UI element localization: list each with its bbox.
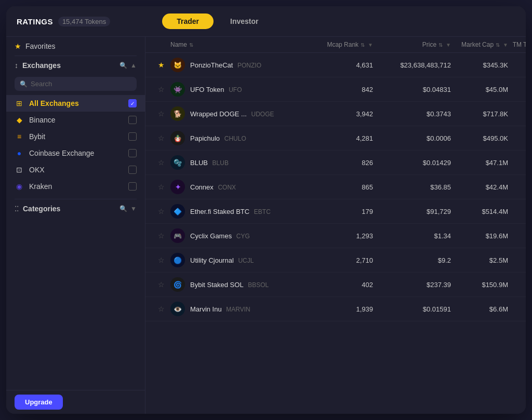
market-cap-cell-7: $19.6M [451,232,508,240]
table-row: ☆ 🫧 BLUB BLUB 826 $0.01429 $47.1M 95.44% [145,151,526,175]
upgrade-button[interactable]: Upgrade [15,395,63,410]
sidebar-item-okx[interactable]: ⊡ OKX [6,161,145,178]
market-cap-filter-icon[interactable]: ▼ [503,42,508,48]
binance-label: Binance [29,116,123,124]
price-filter-icon[interactable]: ▼ [446,42,451,48]
sidebar-item-bybit[interactable]: ≡ Bybit [6,128,145,145]
market-cap-cell-4: $47.1M [451,159,508,167]
star-icon-10[interactable]: ☆ [158,305,165,313]
market-cap-sort-icon[interactable]: ⇅ [496,42,500,48]
all-exchanges-label: All Exchanges [29,99,123,107]
table-row: ★ 🐱 PonzioTheCat PONZIO 4,631 $23,638,48… [145,53,526,77]
star-cell-9[interactable]: ☆ [152,280,170,289]
star-icon-0[interactable]: ★ [158,61,165,69]
token-cell-3: 🪆 Papichulo CHULO [170,131,316,145]
mcap-rank-cell-6: 179 [316,208,373,215]
grade-cell-6: 94.88% [508,208,526,215]
star-cell-10[interactable]: ☆ [152,305,170,313]
sidebar-bottom: Upgrade [6,390,145,414]
search-input[interactable] [31,80,131,88]
favorites-row[interactable]: ★ Favorites [6,37,145,56]
sidebar-item-kraken[interactable]: ◉ Kraken [6,178,145,195]
star-cell-5[interactable]: ☆ [152,183,170,191]
bybit-checkbox[interactable] [128,132,137,141]
market-cap-cell-6: $514.4M [451,208,508,215]
exchanges-section-header[interactable]: ↕ Exchanges 🔍 ▲ [6,56,145,75]
sidebar-item-binance[interactable]: ◆ Binance [6,112,145,128]
okx-icon: ⊡ [15,166,24,174]
token-symbol-2: UDOGE [251,111,274,118]
token-symbol-5: CONX [218,184,236,191]
tab-group: Trader Investor [162,13,273,29]
star-icon-9[interactable]: ☆ [158,280,165,289]
token-name-2: Wrapped DOGE ... [190,110,247,118]
table-row: ☆ 🐕 Wrapped DOGE ... UDOGE 3,942 $0.3743… [145,102,526,126]
star-icon-1[interactable]: ☆ [158,85,165,93]
mcap-rank-cell-2: 3,942 [316,110,373,118]
token-cell-9: 🌀 Bybit Staked SOL BBSOL [170,277,316,292]
token-symbol-8: UCJL [238,257,254,264]
star-cell-3[interactable]: ☆ [152,134,170,142]
token-cell-4: 🫧 BLUB BLUB [170,155,316,170]
sidebar: ★ Favorites ↕ Exchanges 🔍 ▲ 🔍 [6,37,145,414]
token-symbol-4: BLUB [212,159,229,167]
star-icon-4[interactable]: ☆ [158,158,165,167]
star-icon-5[interactable]: ☆ [158,183,165,191]
market-cap-cell-3: $495.0K [451,134,508,142]
tab-investor[interactable]: Investor [216,13,273,29]
star-icon-3[interactable]: ☆ [158,134,165,142]
categories-search-icon[interactable]: 🔍 [119,205,127,212]
binance-checkbox[interactable] [128,116,137,124]
star-icon-6[interactable]: ☆ [158,207,165,215]
mcap-rank-cell-4: 826 [316,159,373,167]
th-price: Price ⇅ ▼ [373,41,451,48]
exchanges-icon: ↕ [15,61,18,70]
app-container: RATINGS 15,474 Tokens Trader Investor ★ … [6,6,526,414]
table-row: ☆ 🌀 Bybit Staked SOL BBSOL 402 $237.39 $… [145,273,526,297]
market-cap-cell-0: $345.3K [451,61,508,69]
exchanges-title: Exchanges [22,61,61,70]
token-logo-3: 🪆 [170,131,185,145]
grade-cell-3: 95.47% [508,134,526,142]
star-cell-6[interactable]: ☆ [152,207,170,215]
sidebar-item-all-exchanges[interactable]: ⊞ All Exchanges [6,95,145,112]
exchanges-search-icon[interactable]: 🔍 [119,62,127,69]
search-box[interactable]: 🔍 [15,77,137,91]
star-icon-2[interactable]: ☆ [158,110,165,118]
kraken-checkbox[interactable] [128,182,137,191]
table-header: Name ⇅ Mcap Rank ⇅ ▼ Price ⇅ ▼ Market Ca… [145,37,526,53]
token-symbol-7: CYG [236,233,250,240]
star-icon-8[interactable]: ☆ [158,256,165,264]
star-cell-2[interactable]: ☆ [152,110,170,118]
price-cell-0: $23,638,483,712 [373,61,451,69]
kraken-label: Kraken [29,182,123,191]
star-cell-7[interactable]: ☆ [152,232,170,240]
table-row: ☆ 👾 UFO Token UFO 842 $0.04831 $45.0M 96… [145,77,526,102]
star-cell-0[interactable]: ★ [152,61,170,69]
tab-trader[interactable]: Trader [162,13,214,29]
mcap-filter-icon[interactable]: ▼ [368,42,373,48]
categories-icon: ⁚⁚ [15,205,19,213]
star-icon-7[interactable]: ☆ [158,232,165,240]
categories-collapse-icon[interactable]: ▼ [130,205,137,212]
categories-section-header[interactable]: ⁚⁚ Categories 🔍 ▼ [6,199,145,218]
token-name-0: PonzioTheCat [190,61,233,69]
token-symbol-10: MARVIN [226,306,250,313]
token-cell-7: 🎮 Cyclix Games CYG [170,228,316,243]
bybit-label: Bybit [29,132,123,141]
exchanges-collapse-icon[interactable]: ▲ [130,62,137,69]
okx-checkbox[interactable] [128,166,137,174]
token-cell-0: 🐱 PonzioTheCat PONZIO [170,58,316,72]
name-sort-icon[interactable]: ⇅ [189,42,193,48]
star-cell-8[interactable]: ☆ [152,256,170,264]
mcap-sort-icon[interactable]: ⇅ [361,42,365,48]
favorites-label: Favorites [25,42,56,50]
price-sort-icon[interactable]: ⇅ [438,42,443,48]
star-cell-4[interactable]: ☆ [152,158,170,167]
coinbase-label: Coinbase Exchange [29,149,123,157]
star-cell-1[interactable]: ☆ [152,85,170,93]
categories-title: Categories [23,205,60,213]
sidebar-item-coinbase[interactable]: ● Coinbase Exchange [6,145,145,161]
all-exchanges-checkbox[interactable] [128,99,137,107]
coinbase-checkbox[interactable] [128,149,137,157]
